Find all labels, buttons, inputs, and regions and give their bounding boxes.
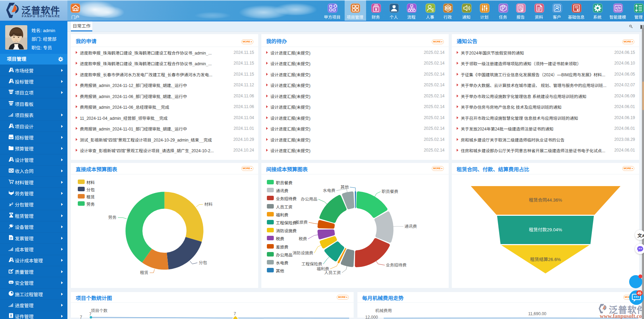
svg-text:分包: 分包 [199,260,207,265]
svg-text:消防设施费: 消防设施费 [292,251,313,255]
svg-text:租赁: 租赁 [140,270,148,275]
svg-text:水电费: 水电费 [323,188,335,193]
svg-text:税费: 税费 [299,236,307,241]
svg-text:业务招待费: 业务招待费 [386,263,407,268]
svg-text:其他: 其他 [340,185,349,190]
svg-text:租赁付款29.04%: 租赁付款29.04% [529,227,562,232]
svg-text:租赁合同44.36%: 租赁合同44.36% [529,197,562,203]
svg-text:7: 7 [234,311,236,316]
svg-text:工程保险费: 工程保险费 [301,262,322,267]
svg-text:11,690.00: 11,690.00 [528,311,547,316]
svg-text:办公用品: 办公用品 [301,197,317,202]
svg-text:职员餐费: 职员餐费 [382,189,398,194]
svg-text:劳务: 劳务 [108,215,116,220]
svg-text:差旅费: 差旅费 [295,220,308,225]
svg-text:福利费: 福利费 [317,267,329,271]
svg-text:租赁结算26.6%: 租赁结算26.6% [530,257,561,262]
svg-text:通讯费: 通讯费 [404,224,417,229]
svg-text:材料: 材料 [204,202,213,207]
